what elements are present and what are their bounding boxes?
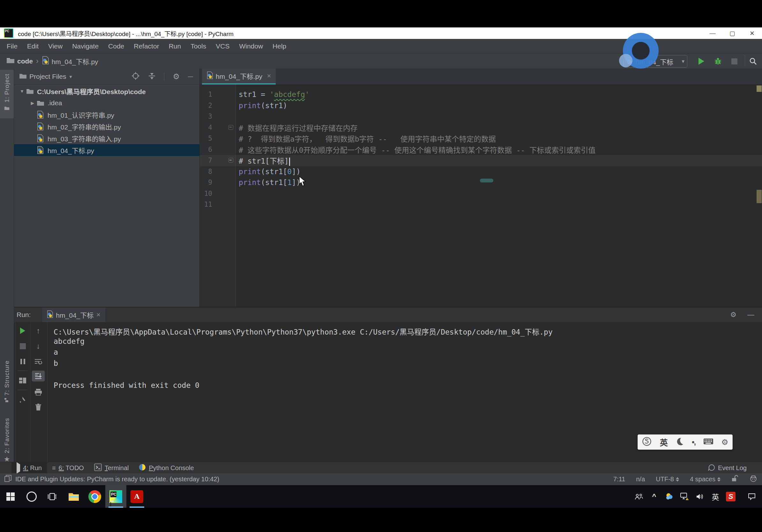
- file-explorer-button[interactable]: [63, 485, 84, 508]
- chevron-expanded-icon[interactable]: ▼: [18, 89, 26, 94]
- sidebar-item-project[interactable]: 1: Project: [0, 70, 14, 118]
- close-button[interactable]: ✕: [742, 28, 762, 39]
- menu-item-window[interactable]: Window: [234, 42, 268, 50]
- fold-marker-icon[interactable]: [228, 125, 233, 130]
- status-message[interactable]: IDE and Plugin Updates: PyCharm is ready…: [15, 476, 219, 483]
- acrobat-taskbar-button[interactable]: A: [126, 485, 147, 508]
- tree-item[interactable]: ▼C:\Users\黑马程序员\Desktop\code: [14, 85, 199, 97]
- project-settings-button[interactable]: ⚙: [173, 72, 180, 81]
- code-line[interactable]: 7# str1[下标]: [200, 155, 762, 166]
- close-tab-icon[interactable]: ✕: [267, 73, 271, 79]
- toolwindow-button-6-todo[interactable]: ≡6: TODO: [47, 462, 89, 474]
- sogou-logo-icon[interactable]: [642, 436, 652, 448]
- scrollbar-warning-mark[interactable]: [757, 86, 762, 92]
- keyboard-icon[interactable]: [703, 437, 714, 446]
- menu-item-vcs[interactable]: VCS: [211, 42, 234, 50]
- ime-toolbar[interactable]: 英 •, ⚙: [638, 434, 733, 450]
- menu-item-edit[interactable]: Edit: [22, 42, 43, 50]
- tree-item[interactable]: hm_02_字符串的输出.py: [14, 120, 199, 132]
- menu-item-help[interactable]: Help: [268, 42, 291, 50]
- code-line[interactable]: 2print(str1): [200, 100, 762, 111]
- pin-tab-button[interactable]: [16, 394, 29, 405]
- scroll-to-end-button[interactable]: [32, 370, 45, 381]
- volume-icon[interactable]: [693, 485, 707, 508]
- tree-item[interactable]: ▶.idea: [14, 97, 199, 109]
- scrollbar-warning-mark[interactable]: [757, 190, 762, 203]
- people-icon[interactable]: [632, 485, 646, 508]
- print-button[interactable]: [32, 386, 45, 397]
- ime-settings-gear-icon[interactable]: ⚙: [721, 437, 728, 447]
- tree-item[interactable]: hm_04_下标.py: [14, 144, 199, 156]
- code-line[interactable]: 5# ? 得到数据a字符， 得到数据b字符 -- 使用字符串中某个特定的数据: [200, 133, 762, 144]
- event-log-button[interactable]: Event Log: [708, 464, 747, 472]
- toolwindow-button-terminal[interactable]: Terminal: [89, 462, 134, 474]
- code-line[interactable]: 6# 这些字符数据从0开始顺序分配一个编号 -- 使用这个编号精确找到某个字符数…: [200, 144, 762, 155]
- search-everywhere-button[interactable]: [747, 56, 759, 66]
- tray-language-indicator[interactable]: 英: [708, 485, 723, 508]
- sidebar-item-structure[interactable]: 7: Structure: [0, 357, 14, 408]
- menu-item-view[interactable]: View: [43, 42, 67, 50]
- menu-item-refactor[interactable]: Refactor: [129, 42, 164, 50]
- cloud-app-icon[interactable]: [662, 485, 676, 508]
- indent-setting[interactable]: 4 spaces: [690, 476, 721, 483]
- menu-item-navigate[interactable]: Navigate: [67, 42, 104, 50]
- editor-tab-active[interactable]: hm_04_下标.py ✕: [202, 69, 276, 85]
- hide-panel-button[interactable]: —: [188, 74, 193, 79]
- cortana-button[interactable]: [21, 485, 42, 508]
- sidebar-item-favorites[interactable]: 2: Favorites ★: [0, 415, 14, 469]
- rerun-button[interactable]: [16, 325, 29, 336]
- fold-marker-icon[interactable]: [228, 158, 233, 163]
- code-line[interactable]: 8print(str1[0]): [200, 166, 762, 177]
- ime-language-toggle[interactable]: 英: [660, 436, 668, 448]
- maximize-button[interactable]: ▢: [723, 28, 742, 39]
- run-tab[interactable]: hm_04_下标 ✕: [42, 307, 105, 322]
- clear-console-button[interactable]: [32, 402, 45, 413]
- chevron-collapsed-icon[interactable]: ▶: [29, 100, 37, 105]
- code-line[interactable]: 4# 数据在程序运行过程中存储在内存: [200, 122, 762, 133]
- close-tab-icon[interactable]: ✕: [96, 312, 101, 318]
- action-center-icon[interactable]: [745, 485, 759, 508]
- hector-inspector-icon[interactable]: [749, 474, 758, 484]
- toolwindow-button-python-console[interactable]: Python Console: [134, 462, 199, 474]
- code-line[interactable]: 1str1 = 'abcdefg': [200, 89, 762, 100]
- breadcrumb-project[interactable]: code: [17, 57, 33, 65]
- code-line[interactable]: 11: [200, 199, 762, 210]
- file-encoding[interactable]: UTF-8: [656, 476, 679, 483]
- start-button[interactable]: [0, 485, 21, 508]
- soft-wrap-button[interactable]: [32, 356, 45, 367]
- debug-button[interactable]: [712, 56, 724, 66]
- hide-run-panel-button[interactable]: —: [747, 311, 754, 319]
- moon-icon[interactable]: [675, 437, 684, 447]
- stop-process-button[interactable]: [16, 341, 29, 352]
- toolwindow-button-4-run[interactable]: 4: Run: [12, 462, 47, 474]
- task-view-button[interactable]: [42, 485, 63, 508]
- run-button[interactable]: [696, 56, 707, 66]
- line-separator[interactable]: n/a: [636, 476, 645, 483]
- chrome-button[interactable]: [84, 485, 105, 508]
- run-console-output[interactable]: C:\Users\黑马程序员\AppData\Local\Programs\Py…: [54, 326, 553, 392]
- stop-button[interactable]: [728, 56, 740, 66]
- code-line[interactable]: 3: [200, 111, 762, 122]
- run-settings-button[interactable]: ⚙: [730, 311, 736, 319]
- tree-item[interactable]: hm_03_字符串的输入.py: [14, 132, 199, 144]
- down-stacktrace-button[interactable]: ↓: [32, 341, 45, 352]
- menu-item-run[interactable]: Run: [164, 42, 186, 50]
- collapse-all-button[interactable]: [148, 72, 156, 81]
- up-stacktrace-button[interactable]: ↑: [32, 325, 45, 336]
- tree-item[interactable]: hm_01_认识字符串.py: [14, 109, 199, 120]
- minimize-button[interactable]: —: [703, 28, 723, 39]
- pycharm-taskbar-button[interactable]: PC: [105, 485, 126, 508]
- tray-expand-chevron[interactable]: ^: [647, 485, 661, 508]
- caret-position[interactable]: 7:11: [613, 476, 625, 483]
- menu-item-code[interactable]: Code: [104, 42, 129, 50]
- locate-file-button[interactable]: [131, 72, 140, 81]
- code-line[interactable]: 10: [200, 188, 762, 199]
- sogou-tray-icon[interactable]: S: [724, 485, 738, 508]
- menu-item-file[interactable]: File: [2, 42, 22, 50]
- code-area[interactable]: 1str1 = 'abcdefg'2print(str1)34# 数据在程序运行…: [200, 89, 762, 210]
- menu-item-tools[interactable]: Tools: [186, 42, 211, 50]
- lock-icon[interactable]: [731, 475, 738, 484]
- network-status-icon[interactable]: [678, 485, 692, 508]
- project-view-selector[interactable]: Project Files: [29, 73, 66, 80]
- restore-layout-button[interactable]: [16, 375, 29, 386]
